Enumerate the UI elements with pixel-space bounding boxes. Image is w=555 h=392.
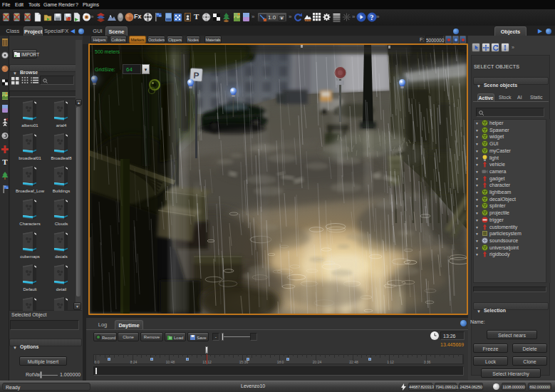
svg-text:?: ? (370, 14, 373, 21)
